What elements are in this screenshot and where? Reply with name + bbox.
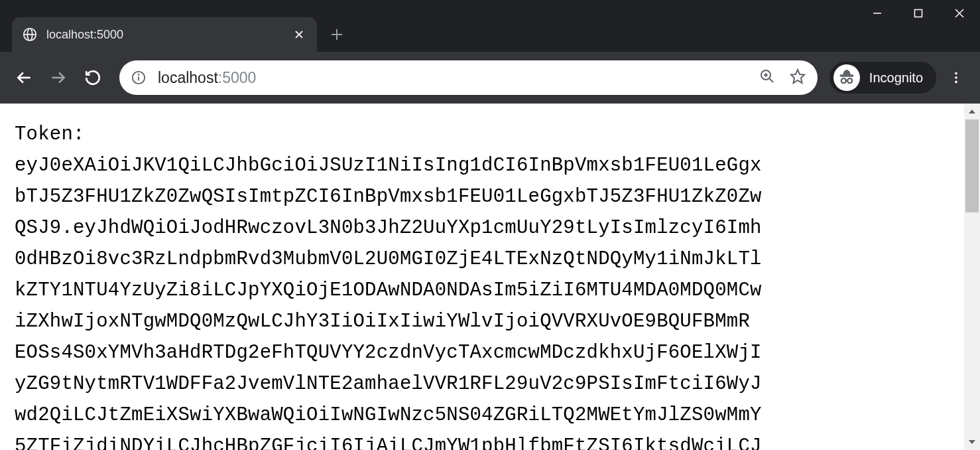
svg-point-25 [955,76,957,79]
token-line: eyJ0eXAiOiJKV1QiLCJhbGciOiJSUzI1NiIsIng1… [15,155,762,177]
svg-point-24 [955,72,957,75]
new-tab-button[interactable] [324,21,350,48]
incognito-indicator[interactable]: Incognito [829,62,936,94]
svg-point-26 [955,81,957,84]
url-text: localhost:5000 [158,69,747,87]
svg-marker-20 [791,70,804,83]
url-port: :5000 [218,69,257,86]
zoom-icon[interactable] [759,68,775,87]
token-line: wd2QiLCJtZmEiXSwiYXBwaWQiOiIwNGIwNzc5NS0… [15,404,762,426]
token-line: bTJ5Z3FHU1ZkZ0ZwQSIsImtpZCI6InBpVmxsb1FE… [15,186,762,208]
viewport: Token: eyJ0eXAiOiJKV1QiLCJhbGciOiJSUzI1N… [0,104,980,450]
address-bar[interactable]: localhost:5000 [119,60,818,95]
svg-point-22 [847,78,852,83]
tab-title: localhost:5000 [46,28,282,42]
bookmark-star-icon[interactable] [790,68,806,87]
token-line: yZG9tNytmRTV1WDFFa2JvemVlNTE2amhaelVVR1R… [15,373,762,395]
tabstrip: localhost:5000 [0,17,350,52]
reload-button[interactable] [78,63,107,92]
token-label: Token: [15,123,85,145]
titlebar: localhost:5000 [0,0,980,52]
window-controls [857,0,980,27]
globe-icon [23,27,37,42]
token-line: iZXhwIjoxNTgwMDQ0MzQwLCJhY3IiOiIxIiwiYWl… [15,311,750,333]
minimize-button[interactable] [857,0,898,27]
token-line: 0dHBzOi8vc3RzLndpbmRvd3MubmV0L2U0MGI0ZjE… [15,248,762,270]
incognito-label: Incognito [869,70,923,86]
page-content: Token: eyJ0eXAiOiJKV1QiLCJhbGciOiJSUzI1N… [0,104,980,450]
svg-rect-1 [915,10,922,17]
maximize-button[interactable] [898,0,939,27]
close-window-button[interactable] [939,0,980,27]
scroll-down-button[interactable] [964,434,980,450]
token-line: kZTY1NTU4YzUyZi8iLCJpYXQiOjE1ODAwNDA0NDA… [15,279,762,301]
url-host: localhost [158,69,218,86]
close-tab-button[interactable] [292,27,306,42]
browser-tab[interactable]: localhost:5000 [12,17,317,52]
token-line: 5ZTFiZjdiNDYiLCJhcHBpZGFjciI6IjAiLCJmYW1… [15,435,762,450]
site-info-icon[interactable] [131,70,146,85]
svg-point-15 [139,74,139,75]
incognito-icon [833,64,860,91]
kebab-menu-button[interactable] [942,63,971,92]
svg-marker-28 [969,440,975,444]
svg-point-21 [841,78,846,83]
token-line: QSJ9.eyJhdWQiOiJodHRwczovL3N0b3JhZ2UuYXp… [15,217,762,239]
toolbar: localhost:5000 Incognito [0,52,980,104]
token-line: EOSs4S0xYMVh3aHdRTDg2eFhTQUVYY2czdnVycTA… [15,342,762,364]
svg-line-17 [769,78,773,82]
vertical-scrollbar[interactable] [964,104,980,450]
forward-button[interactable] [44,63,73,92]
back-button[interactable] [9,63,38,92]
svg-marker-27 [969,110,975,113]
scroll-thumb[interactable] [965,119,979,212]
scroll-up-button[interactable] [964,104,980,119]
